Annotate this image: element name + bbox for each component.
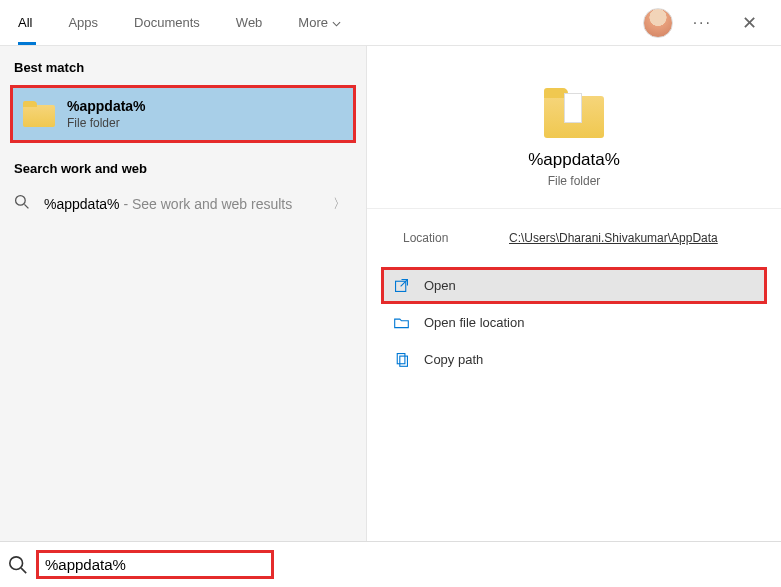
- chevron-right-icon: 〉: [333, 195, 346, 213]
- header-right: ··· ✕: [643, 8, 781, 38]
- svg-point-5: [10, 556, 23, 569]
- content: Best match %appdata% File folder Search …: [0, 46, 781, 541]
- best-match-heading: Best match: [8, 60, 366, 85]
- copy-icon: [393, 351, 410, 368]
- svg-rect-4: [400, 356, 408, 366]
- svg-line-1: [24, 204, 28, 208]
- preview-header: %appdata% File folder: [367, 46, 781, 208]
- folder-open-icon: [393, 314, 410, 331]
- left-pane: Best match %appdata% File folder Search …: [0, 46, 366, 541]
- preview-title: %appdata%: [367, 150, 781, 170]
- svg-rect-3: [397, 354, 405, 364]
- action-open-location[interactable]: Open file location: [381, 304, 767, 341]
- action-copy-path[interactable]: Copy path: [381, 341, 767, 378]
- location-value[interactable]: C:\Users\Dharani.Shivakumar\AppData: [509, 231, 718, 245]
- tab-documents[interactable]: Documents: [116, 0, 218, 45]
- preview-details: Location C:\Users\Dharani.Shivakumar\App…: [367, 208, 781, 263]
- best-match-item[interactable]: %appdata% File folder: [10, 85, 356, 143]
- avatar[interactable]: [643, 8, 673, 38]
- tabs: All Apps Documents Web More: [0, 0, 643, 45]
- close-icon[interactable]: ✕: [732, 8, 767, 38]
- folder-icon: [23, 101, 55, 127]
- action-label: Open file location: [424, 315, 524, 330]
- header: All Apps Documents Web More ··· ✕: [0, 0, 781, 46]
- preview-subtitle: File folder: [367, 174, 781, 188]
- location-label: Location: [403, 231, 509, 245]
- web-result[interactable]: %appdata% - See work and web results 〉: [8, 186, 356, 222]
- tab-web[interactable]: Web: [218, 0, 281, 45]
- action-label: Open: [424, 278, 456, 293]
- tab-more[interactable]: More: [280, 0, 359, 45]
- tab-apps[interactable]: Apps: [50, 0, 116, 45]
- more-options-icon[interactable]: ···: [685, 10, 720, 36]
- search-input[interactable]: [45, 556, 265, 573]
- svg-point-0: [16, 196, 26, 206]
- folder-icon: [544, 88, 604, 138]
- best-match-text: %appdata% File folder: [67, 98, 146, 130]
- web-result-text: %appdata% - See work and web results: [44, 196, 333, 212]
- tab-all[interactable]: All: [0, 0, 50, 45]
- action-label: Copy path: [424, 352, 483, 367]
- search-icon: [8, 555, 28, 575]
- right-pane: %appdata% File folder Location C:\Users\…: [366, 46, 781, 541]
- best-match-subtitle: File folder: [67, 116, 146, 130]
- action-open[interactable]: Open: [381, 267, 767, 304]
- search-bar: [0, 541, 781, 587]
- web-heading: Search work and web: [8, 143, 366, 186]
- actions: Open Open file location Copy path: [367, 263, 781, 382]
- best-match-title: %appdata%: [67, 98, 146, 114]
- search-icon: [14, 194, 44, 214]
- search-input-wrapper[interactable]: [36, 550, 274, 579]
- chevron-down-icon: [332, 15, 341, 30]
- svg-line-6: [21, 568, 26, 573]
- open-icon: [393, 277, 410, 294]
